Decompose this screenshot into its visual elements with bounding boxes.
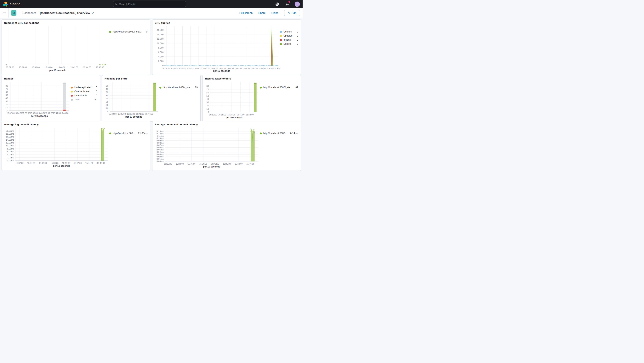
legend-color-dot [71, 87, 73, 89]
svg-text:15:38:00: 15:38:00 [50, 162, 58, 164]
svg-text:15:40:00: 15:40:00 [58, 66, 65, 69]
space-badge[interactable]: D [11, 10, 16, 16]
legend-item[interactable]: Total 89 [71, 98, 97, 101]
svg-text:15:32:00: 15:32:00 [209, 114, 217, 116]
svg-text:80: 80 [6, 85, 8, 87]
panel-replicas-per-store: Replicas per Store 15:32:0015:35:0015:38… [102, 75, 200, 122]
svg-text:0: 0 [162, 64, 164, 67]
svg-text:4.00ms: 4.00ms [7, 153, 14, 156]
user-avatar[interactable]: r [295, 2, 300, 7]
svg-text:per 10 seconds: per 10 seconds [213, 70, 230, 72]
svg-text:70: 70 [206, 88, 209, 91]
svg-text:10: 10 [6, 106, 8, 109]
svg-text:10.00ms: 10.00ms [6, 144, 14, 147]
panel-average-command-commit-latency: Average command commit latency 15:32:001… [152, 121, 301, 171]
menu-button[interactable] [3, 12, 6, 14]
legend-label: Deletes [284, 30, 292, 33]
svg-text:15:38:00: 15:38:00 [30, 112, 38, 114]
svg-text:0.05ms: 0.05ms [156, 149, 164, 151]
legend-item[interactable]: Overreplicated 0 [71, 90, 97, 93]
svg-text:per 10 seconds: per 10 seconds [226, 116, 243, 119]
svg-text:15:38:00: 15:38:00 [45, 66, 52, 69]
panel-title: Ranges [4, 77, 98, 80]
search-input[interactable] [113, 1, 186, 7]
svg-text:0.04ms: 0.04ms [156, 151, 164, 153]
svg-text:0.12ms: 0.12ms [156, 133, 164, 135]
legend-item[interactable]: http://localhost:8080/_stat... 0 [109, 30, 148, 33]
legend-color-dot [260, 87, 262, 89]
chart-canvas[interactable]: 15:32:0015:34:0015:36:0015:38:0015:40:00… [4, 25, 109, 74]
legend-label: Underreplicated [74, 86, 92, 89]
svg-text:15:36:00: 15:36:00 [32, 66, 40, 69]
svg-text:20.00ms: 20.00ms [6, 130, 14, 132]
elastic-logo-icon [3, 1, 8, 7]
svg-text:15:35:00: 15:35:00 [187, 67, 194, 69]
svg-text:0.06ms: 0.06ms [156, 146, 164, 149]
svg-text:30: 30 [106, 101, 108, 103]
svg-text:15:40:00: 15:40:00 [211, 163, 219, 165]
panel-replica-leaseholders: Replica leaseholders 15:32:0015:35:0015:… [202, 75, 301, 122]
legend-item[interactable]: http://localhost:808... 21.60ms [109, 132, 148, 135]
page-title: [Metricbeat CockroachDB] Overview [40, 11, 90, 15]
elastic-logo[interactable]: elastic [3, 1, 20, 7]
legend-value: 89 [294, 86, 298, 89]
svg-text:15:34:00: 15:34:00 [19, 66, 27, 69]
svg-text:15:32:00: 15:32:00 [108, 113, 116, 115]
newsfeed-button[interactable] [284, 2, 290, 7]
legend-color-dot [280, 43, 282, 45]
legend-label: Inserts [284, 39, 291, 41]
breadcrumb-dashboard[interactable]: Dashboard [22, 12, 36, 15]
svg-text:15:34:00: 15:34:00 [176, 163, 184, 165]
svg-text:15:46:00: 15:46:00 [97, 162, 105, 164]
global-search [113, 1, 186, 7]
svg-text:15:46:00: 15:46:00 [246, 163, 254, 165]
edit-button[interactable]: ✎ Edit [284, 10, 300, 16]
svg-text:0.07ms: 0.07ms [156, 144, 164, 146]
svg-text:14,000: 14,000 [157, 33, 164, 36]
svg-text:80: 80 [106, 85, 108, 87]
svg-text:15:32:00: 15:32:00 [164, 163, 172, 165]
full-screen-button[interactable]: Full screen [240, 12, 252, 15]
chart-canvas[interactable]: 15:32:0015:33:0015:34:0015:35:0015:36:00… [155, 25, 280, 74]
legend-label: Updates [284, 35, 292, 37]
svg-text:15:38:00: 15:38:00 [211, 67, 218, 69]
svg-text:0.03ms: 0.03ms [156, 153, 164, 156]
search-icon [115, 3, 118, 6]
legend-item[interactable]: Deletes 0 [280, 30, 298, 33]
legend-item[interactable]: Underreplicated 0 [71, 86, 97, 89]
chart-legend: http://localhost:8080/_sta... 89 [160, 86, 198, 120]
svg-text:15:38:00: 15:38:00 [228, 114, 235, 116]
svg-text:15:44:00: 15:44:00 [246, 114, 254, 116]
check-icon[interactable]: ✓ [92, 12, 94, 15]
clone-button[interactable]: Clone [272, 12, 278, 15]
share-button[interactable]: Share [258, 12, 266, 15]
legend-value: 0 [94, 94, 97, 97]
legend-item[interactable]: http://localhost:8080... 0.14ms [260, 132, 298, 135]
legend-item[interactable]: http://localhost:8080/_sta... 89 [260, 86, 298, 89]
panel-ranges: Ranges 15:32:0015:34:0015:36:0015:38:001… [2, 75, 100, 122]
chart-canvas[interactable]: 15:32:0015:34:0015:36:0015:38:0015:40:00… [4, 80, 71, 120]
legend-item[interactable]: Selects 0 [280, 43, 298, 46]
panel-sql-queries: SQL queries 15:32:0015:33:0015:34:0015:3… [152, 19, 301, 75]
svg-text:0.13ms: 0.13ms [156, 130, 164, 133]
svg-text:2,000: 2,000 [158, 60, 164, 62]
svg-text:15:42:00: 15:42:00 [74, 162, 82, 164]
svg-text:15:40:00: 15:40:00 [62, 162, 70, 164]
chart-canvas[interactable]: 15:32:0015:34:0015:36:0015:38:0015:40:00… [4, 126, 109, 169]
dashboard-content: Number of SQL connections 15:32:0015:34:… [0, 18, 302, 171]
chart-canvas[interactable]: 15:32:0015:35:0015:38:0015:41:0015:44:00… [104, 80, 160, 120]
legend-color-dot [109, 133, 111, 134]
chart-legend: http://localhost:8080/_sta... 89 [260, 86, 298, 120]
legend-item[interactable]: http://localhost:8080/_sta... 89 [160, 86, 198, 89]
svg-text:15:44:00: 15:44:00 [53, 112, 61, 114]
svg-text:15:40:00: 15:40:00 [227, 67, 234, 69]
svg-text:30: 30 [206, 101, 209, 104]
legend-item[interactable]: Updates 0 [280, 35, 298, 37]
chart-canvas[interactable]: 15:32:0015:34:0015:36:0015:38:0015:40:00… [155, 126, 260, 169]
legend-item[interactable]: Unavailable 0 [71, 94, 97, 97]
chart-canvas[interactable]: 15:32:0015:35:0015:38:0015:41:0015:44:00… [205, 80, 260, 120]
svg-text:0.08ms: 0.08ms [156, 142, 164, 144]
legend-item[interactable]: Inserts 0 [280, 39, 298, 41]
svg-text:0.01ms: 0.01ms [156, 158, 164, 160]
help-button[interactable] [274, 2, 280, 7]
